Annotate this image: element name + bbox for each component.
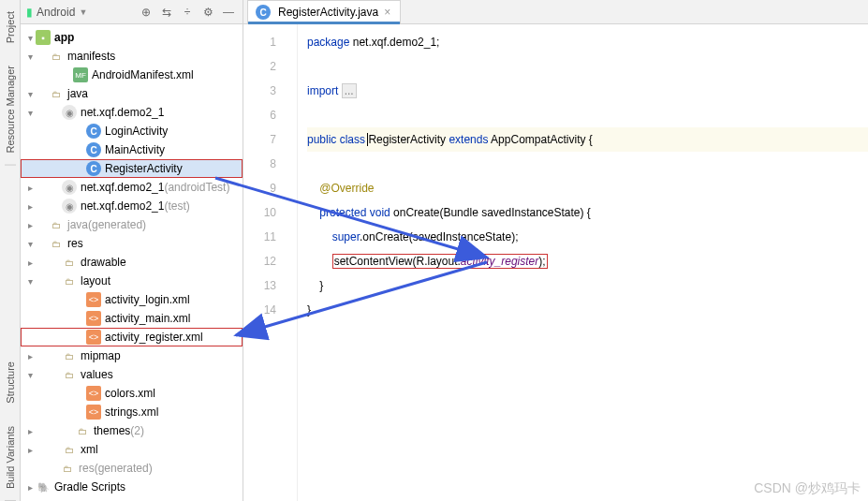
line-number: 11 bbox=[243, 225, 276, 249]
tree-java[interactable]: ▾🗀java bbox=[21, 84, 243, 103]
class-icon: C bbox=[256, 5, 271, 20]
tree-pkg-androidtest[interactable]: ▸◉net.xqf.demo2_1 (androidTest) bbox=[21, 178, 243, 197]
xml-icon: <> bbox=[86, 311, 101, 326]
tree-manifests[interactable]: ▾🗀manifests bbox=[21, 47, 243, 66]
tree-register-activity[interactable]: CRegisterActivity bbox=[21, 159, 243, 178]
tree-mipmap[interactable]: ▸🗀mipmap bbox=[21, 346, 243, 365]
tree-activity-login-xml[interactable]: <>activity_login.xml bbox=[21, 290, 243, 309]
expand-icon[interactable]: ⇆ bbox=[158, 4, 175, 21]
line-number: 8 bbox=[243, 152, 276, 176]
folder-icon: 🗀 bbox=[62, 255, 77, 270]
line-number: 3 bbox=[243, 79, 276, 103]
editor-gutter: 1 2 3 6 7 8 9 10 11 12 13 14 bbox=[243, 24, 298, 501]
package-icon: ◉ bbox=[62, 105, 77, 120]
tree-main-activity[interactable]: CMainActivity bbox=[21, 140, 243, 159]
tree-activity-register-xml[interactable]: <>activity_register.xml bbox=[21, 328, 243, 346]
tree-layout[interactable]: ▾🗀layout bbox=[21, 272, 243, 290]
left-tool-rail: Project Resource Manager Structure Build… bbox=[0, 0, 21, 501]
line-number: 7 bbox=[243, 127, 276, 152]
flatten-icon[interactable]: ÷ bbox=[179, 4, 196, 21]
tree-res[interactable]: ▾🗀res bbox=[21, 234, 243, 253]
hide-icon[interactable]: — bbox=[220, 4, 237, 21]
project-sidebar: ▮ Android ▼ ⊕ ⇆ ÷ ⚙ — ▾▪app ▾🗀manifests … bbox=[21, 0, 243, 501]
folder-icon: 🗀 bbox=[62, 348, 77, 363]
dropdown-icon[interactable]: ▼ bbox=[79, 7, 87, 17]
select-opened-file-icon[interactable]: ⊕ bbox=[138, 4, 154, 21]
gear-icon[interactable]: ⚙ bbox=[199, 4, 216, 21]
rail-resource-manager[interactable]: Resource Manager bbox=[5, 58, 16, 166]
class-icon: C bbox=[86, 124, 101, 139]
tree-values[interactable]: ▾🗀values bbox=[21, 365, 243, 384]
line-number: 10 bbox=[243, 200, 276, 225]
tree-gradle-scripts[interactable]: ▸🐘Gradle Scripts bbox=[21, 478, 243, 496]
line-number: 2 bbox=[243, 54, 276, 79]
tree-manifest-file[interactable]: MFAndroidManifest.xml bbox=[21, 66, 243, 84]
sidebar-header: ▮ Android ▼ ⊕ ⇆ ÷ ⚙ — bbox=[21, 0, 243, 24]
class-icon: C bbox=[86, 161, 101, 176]
tree-drawable[interactable]: ▸🗀drawable bbox=[21, 253, 243, 272]
package-icon: ◉ bbox=[62, 199, 77, 214]
rail-build-variants[interactable]: Build Variants bbox=[5, 419, 16, 501]
folder-icon: 🗀 bbox=[62, 442, 77, 457]
module-icon: ▪ bbox=[36, 30, 51, 45]
close-icon[interactable]: × bbox=[382, 6, 392, 19]
project-tree[interactable]: ▾▪app ▾🗀manifests MFAndroidManifest.xml … bbox=[21, 24, 243, 501]
folder-icon: 🗀 bbox=[49, 49, 64, 64]
line-number: 14 bbox=[243, 298, 276, 322]
editor-zone: C RegisterActivity.java × 1 2 3 6 7 8 9 … bbox=[243, 0, 868, 501]
tree-java-generated[interactable]: ▸🗀java (generated) bbox=[21, 215, 243, 234]
folder-icon: 🗀 bbox=[49, 86, 64, 101]
tree-res-generated[interactable]: 🗀res (generated) bbox=[21, 459, 243, 478]
tab-label: RegisterActivity.java bbox=[278, 6, 378, 19]
folder-icon: 🗀 bbox=[49, 217, 64, 232]
tab-register-activity[interactable]: C RegisterActivity.java × bbox=[247, 0, 401, 23]
manifest-icon: MF bbox=[73, 67, 88, 82]
xml-icon: <> bbox=[86, 405, 101, 420]
class-icon: C bbox=[86, 142, 101, 157]
folder-icon: 🗀 bbox=[75, 423, 90, 438]
line-number: 9 bbox=[243, 176, 276, 200]
folder-icon: 🗀 bbox=[49, 236, 64, 251]
line-number: 12 bbox=[243, 249, 276, 273]
tree-strings-xml[interactable]: <>strings.xml bbox=[21, 403, 243, 421]
tree-pkg-main[interactable]: ▾◉net.xqf.demo2_1 bbox=[21, 103, 243, 122]
folder-icon: 🗀 bbox=[62, 367, 77, 382]
line-number: 6 bbox=[243, 103, 276, 127]
xml-icon: <> bbox=[86, 330, 101, 345]
sidebar-title[interactable]: Android bbox=[37, 6, 75, 19]
folder-icon: 🗀 bbox=[60, 461, 75, 476]
tree-colors-xml[interactable]: <>colors.xml bbox=[21, 384, 243, 403]
xml-icon: <> bbox=[86, 292, 101, 307]
tree-login-activity[interactable]: CLoginActivity bbox=[21, 122, 243, 140]
tree-themes[interactable]: ▸🗀themes (2) bbox=[21, 421, 243, 440]
tree-app[interactable]: ▾▪app bbox=[21, 28, 243, 47]
line-number: 1 bbox=[243, 30, 276, 54]
editor-tab-bar: C RegisterActivity.java × bbox=[243, 0, 868, 24]
gradle-icon: 🐘 bbox=[36, 479, 51, 494]
tree-activity-main-xml[interactable]: <>activity_main.xml bbox=[21, 309, 243, 328]
rail-project[interactable]: Project bbox=[5, 4, 16, 51]
xml-icon: <> bbox=[86, 386, 101, 401]
rail-structure[interactable]: Structure bbox=[5, 354, 16, 411]
code-body[interactable]: package net.xqf.demo2_1; import ... publ… bbox=[298, 24, 868, 501]
tree-pkg-test[interactable]: ▸◉net.xqf.demo2_1 (test) bbox=[21, 197, 243, 215]
line-number: 13 bbox=[243, 273, 276, 298]
android-icon: ▮ bbox=[26, 6, 33, 19]
package-icon: ◉ bbox=[62, 180, 77, 195]
tree-xml[interactable]: ▸🗀xml bbox=[21, 440, 243, 459]
code-editor[interactable]: 1 2 3 6 7 8 9 10 11 12 13 14 package net… bbox=[243, 24, 868, 501]
folder-icon: 🗀 bbox=[62, 273, 77, 288]
